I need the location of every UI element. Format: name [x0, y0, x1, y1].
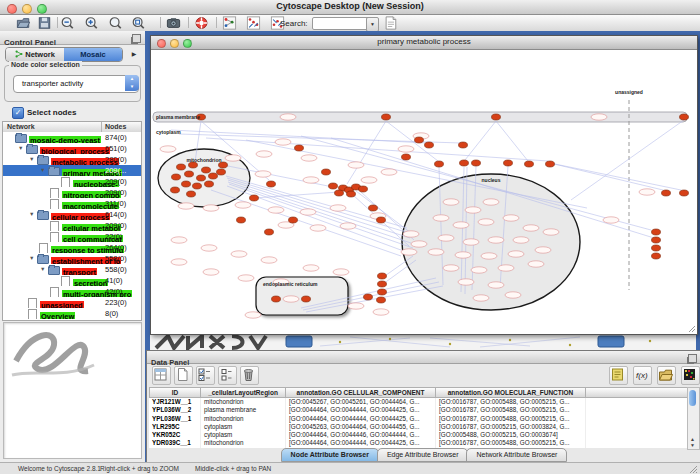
float-panel-icon[interactable]: [688, 354, 697, 363]
node-label-oval[interactable]: [443, 199, 459, 205]
tab-edge-attribute-browser[interactable]: Edge Attribute Browser: [377, 448, 469, 462]
table-row[interactable]: YLR295Ccytoplasm[GO:0045263, GO:0044464,…: [149, 423, 689, 431]
tab-node-attribute-browser[interactable]: Node Attribute Browser: [281, 448, 379, 462]
node-label-oval[interactable]: [513, 237, 529, 243]
graph-edge[interactable]: [171, 130, 427, 143]
node-label-oval[interactable]: [261, 257, 277, 263]
import-attributes-icon[interactable]: [657, 366, 676, 385]
unselect-attributes-icon[interactable]: [218, 366, 237, 385]
resize-grip-icon[interactable]: [689, 326, 695, 332]
column-header[interactable]: _cellularLayoutRegion: [201, 387, 286, 398]
node-label-oval[interactable]: [178, 203, 194, 209]
birdseye-view[interactable]: [3, 322, 142, 459]
node-label-oval[interactable]: [303, 177, 319, 183]
network-window-titlebar[interactable]: primary metabolic process: [151, 36, 697, 50]
tree-row[interactable]: multi-organism pro42(0): [3, 286, 141, 297]
graph-node[interactable]: [378, 289, 387, 295]
node-color-dropdown[interactable]: transporter activity ▲▼: [13, 75, 139, 93]
graph-node[interactable]: [472, 160, 481, 166]
node-label-oval[interactable]: [283, 296, 299, 302]
node-label-oval[interactable]: [275, 139, 291, 145]
graph-node[interactable]: [459, 142, 468, 148]
tree-col-nodes[interactable]: Nodes: [105, 123, 126, 130]
network-overview-icon[interactable]: [222, 16, 237, 30]
function-builder-icon[interactable]: f(x): [633, 366, 652, 385]
zoom-in-icon[interactable]: [84, 16, 99, 30]
expand-arrow-icon[interactable]: ▼: [29, 209, 37, 220]
graph-node[interactable]: [302, 296, 311, 302]
node-label-oval[interactable]: [455, 252, 471, 258]
graph-node[interactable]: [525, 161, 534, 167]
node-label-oval[interactable]: [231, 251, 247, 257]
node-label-oval[interactable]: [528, 261, 544, 267]
graph-edge[interactable]: [571, 120, 684, 200]
node-label-oval[interactable]: [535, 247, 551, 253]
graph-node[interactable]: [202, 167, 211, 173]
tree-row[interactable]: ▼transport558(0): [3, 264, 141, 275]
graph-node[interactable]: [680, 190, 689, 196]
node-label-oval[interactable]: [310, 225, 326, 231]
node-label-oval[interactable]: [330, 205, 346, 211]
graph-node[interactable]: [250, 195, 259, 201]
tab-mosaic[interactable]: Mosaic: [64, 48, 122, 61]
tree-row[interactable]: cellular metabol209(0): [3, 220, 141, 231]
node-label-oval[interactable]: [603, 217, 619, 223]
save-icon[interactable]: [37, 16, 52, 30]
node-label-oval[interactable]: [381, 169, 397, 175]
matrix-icon[interactable]: [681, 366, 700, 385]
graph-edge[interactable]: [550, 163, 681, 190]
tab-network[interactable]: Network: [6, 48, 64, 61]
node-label-oval[interactable]: [465, 207, 481, 213]
expand-arrow-icon[interactable]: ▼: [40, 264, 48, 275]
node-label-oval[interactable]: [160, 146, 176, 152]
float-panel-icon[interactable]: [132, 34, 141, 43]
table-scrollbar[interactable]: ▲▼: [687, 387, 700, 450]
zoom-out-icon[interactable]: [60, 16, 75, 30]
graph-edge[interactable]: [465, 121, 496, 160]
scale-annotation-icon-1[interactable]: [246, 16, 261, 30]
node-label-oval[interactable]: [471, 267, 487, 273]
node-label-oval[interactable]: [225, 155, 241, 161]
node-label-oval[interactable]: [543, 229, 559, 235]
graph-node[interactable]: [382, 114, 391, 120]
column-header[interactable]: annotation.GO CELLULAR_COMPONENT: [286, 387, 436, 398]
node-label-oval[interactable]: [203, 205, 219, 211]
tree-row[interactable]: Overview8(0): [3, 308, 141, 319]
table-row[interactable]: YJR121W__1mitochondrion[GO:0045267, GO:0…: [149, 398, 689, 406]
node-label-oval[interactable]: [453, 222, 469, 228]
node-label-oval[interactable]: [268, 207, 284, 213]
table-row[interactable]: YDR039C__1mitochondrion[GO:0044464, GO:0…: [149, 439, 689, 447]
expand-arrow-icon[interactable]: ▼: [29, 253, 37, 264]
node-label-oval[interactable]: [203, 269, 219, 275]
node-label-oval[interactable]: [481, 253, 497, 259]
graph-node[interactable]: [205, 181, 214, 187]
node-label-oval[interactable]: [488, 282, 504, 288]
graph-node[interactable]: [546, 161, 555, 167]
node-label-oval[interactable]: [498, 265, 514, 271]
node-label-oval[interactable]: [245, 312, 261, 318]
scrollbar-thumb[interactable]: [689, 390, 696, 406]
node-label-oval[interactable]: [483, 199, 499, 205]
attribute-table-icon[interactable]: [152, 366, 171, 385]
graph-edge[interactable]: [550, 163, 663, 190]
tree-row[interactable]: ▼metabolic process280(0): [3, 154, 141, 165]
tree-row[interactable]: nucleobase-209(0): [3, 176, 141, 187]
graph-node[interactable]: [187, 191, 196, 197]
graph-node[interactable]: [460, 160, 469, 166]
graph-node[interactable]: [652, 245, 661, 251]
node-label-oval[interactable]: [503, 215, 519, 221]
tree-row[interactable]: ▼biological_process651(0): [3, 143, 141, 154]
node-label-oval[interactable]: [398, 146, 414, 152]
graph-node[interactable]: [177, 164, 186, 170]
node-label-oval[interactable]: [256, 151, 272, 157]
node-label-oval[interactable]: [463, 239, 479, 245]
scrollbar-arrows[interactable]: ▲▼: [688, 436, 697, 448]
node-label-oval[interactable]: [238, 275, 254, 281]
graph-node[interactable]: [402, 154, 411, 160]
graph-node[interactable]: [197, 175, 206, 181]
zoom-fit-icon[interactable]: [131, 16, 146, 30]
background-window-strip[interactable]: [150, 334, 696, 350]
column-header[interactable]: annotation.GO MOLECULAR_FUNCTION: [436, 387, 586, 398]
graph-node[interactable]: [185, 171, 194, 177]
node-label-oval[interactable]: [171, 237, 187, 243]
